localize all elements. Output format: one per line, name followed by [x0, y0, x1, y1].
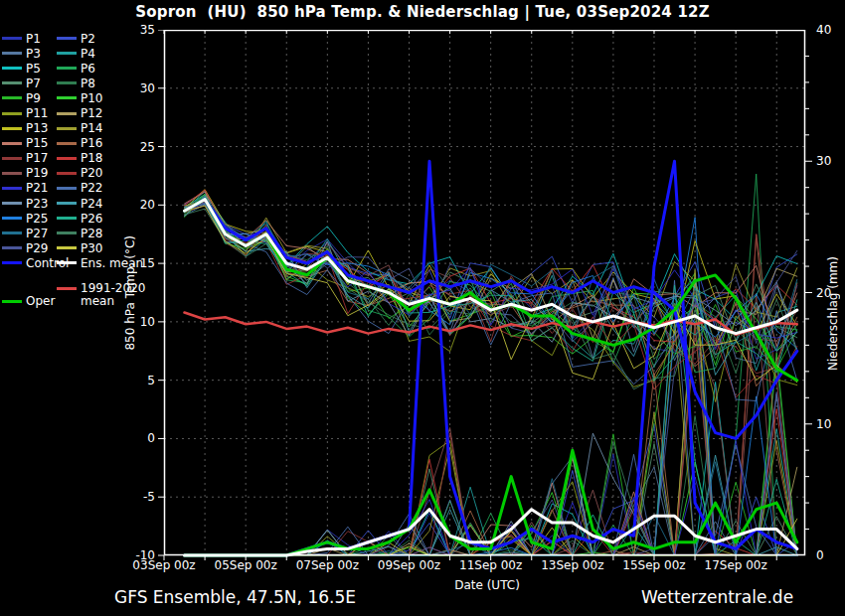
legend-label: P27: [26, 228, 49, 239]
legend-swatch: [57, 217, 77, 220]
legend-item-P18: P18: [57, 151, 136, 166]
legend-label: P20: [81, 167, 103, 179]
legend-label: P28: [81, 228, 103, 239]
legend-swatch: [2, 172, 22, 175]
legend-swatch: [2, 52, 22, 55]
legend-swatch: [57, 37, 77, 40]
y-right-axis-title: Niederschlag (mm): [826, 256, 840, 371]
legend-swatch-climate: [57, 287, 77, 290]
legend-swatch: [57, 112, 77, 115]
legend-item-P27: P27: [2, 226, 57, 240]
chart-title: Sopron (HU) 850 hPa Temp. & Niederschlag…: [0, 3, 845, 21]
legend-label: P6: [81, 63, 95, 75]
tick-label-x: 07Sep 00z: [285, 559, 369, 571]
legend-label: P14: [81, 122, 103, 134]
legend-label: P4: [81, 48, 95, 60]
tick-label-y-left: 35: [0, 24, 155, 36]
legend-label: P17: [26, 152, 49, 164]
legend-item-P5: P5: [2, 61, 57, 76]
legend-swatch: [57, 127, 77, 130]
plot-area: [156, 30, 813, 570]
tick-label-x: 03Sep 00z: [122, 559, 206, 571]
legend-swatch: [57, 172, 77, 175]
legend-swatch: [57, 96, 77, 99]
legend-item-P17: P17: [2, 151, 57, 166]
tick-label-y-left: 20: [0, 199, 155, 211]
legend-label: P11: [26, 107, 49, 119]
tick-label-y-right: 40: [816, 24, 831, 36]
legend-swatch-oper: [2, 300, 22, 303]
legend-item-P3: P3: [2, 46, 57, 61]
tick-label-x: 13Sep 00z: [531, 559, 614, 571]
tick-label-y-right: 30: [816, 155, 831, 167]
meteogram-app: Sopron (HU) 850 hPa Temp. & Niederschlag…: [0, 0, 845, 616]
legend-swatch: [2, 231, 22, 234]
legend-swatch: [57, 67, 77, 70]
legend-label: P3: [26, 48, 41, 60]
legend-swatch: [2, 127, 22, 130]
legend-label: P18: [81, 152, 103, 164]
y-left-axis-title: 850 hPa Temp. (°C): [123, 235, 137, 351]
legend-swatch: [2, 246, 22, 249]
tick-label-x: 15Sep 00z: [612, 559, 696, 571]
tick-label-y-left: 30: [0, 82, 155, 94]
legend-item-P20: P20: [57, 166, 136, 181]
legend-item-P13: P13: [2, 121, 57, 136]
footer-model-info: GFS Ensemble, 47.5N, 16.5E: [114, 587, 356, 607]
legend-swatch: [57, 52, 77, 55]
legend-item-P21: P21: [2, 181, 57, 196]
legend-label: P21: [26, 182, 49, 194]
tick-label-y-left: 5: [0, 375, 155, 386]
chart-svg: [156, 30, 813, 566]
legend-swatch: [2, 67, 22, 70]
tick-label-x: 09Sep 00z: [367, 559, 450, 571]
legend-item-P26: P26: [57, 211, 136, 226]
legend-label: P26: [81, 213, 103, 225]
legend-label: P22: [81, 182, 103, 194]
legend-label: P29: [26, 242, 49, 254]
footer-site-name: Wetterzentrale.de: [641, 587, 795, 607]
legend-item-P25: P25: [2, 211, 57, 226]
legend-swatch: [57, 246, 77, 249]
legend-item-P4: P4: [57, 46, 136, 61]
legend-swatch: [2, 157, 22, 160]
tick-label-x: 05Sep 00z: [204, 559, 287, 571]
legend-swatch: [57, 157, 77, 160]
legend-label: P25: [26, 213, 49, 225]
tick-label-y-right: 10: [816, 418, 831, 430]
legend-item-P11: P11: [2, 105, 57, 120]
legend-label: P19: [26, 167, 49, 179]
x-axis-title: Date (UTC): [413, 578, 562, 592]
legend-item-P19: P19: [2, 166, 57, 181]
legend-item-P29: P29: [2, 240, 57, 255]
legend-item-P14: P14: [57, 121, 136, 136]
tick-label-y-left: -5: [0, 491, 155, 503]
legend-swatch: [2, 187, 22, 190]
legend-label: P30: [81, 242, 103, 254]
legend-label-climate: 1991-2020 mean: [81, 282, 156, 307]
legend-swatch: [2, 96, 22, 99]
legend-item-P12: P12: [57, 105, 136, 120]
legend-item-climate-mean: 1991-2020 mean: [57, 282, 166, 307]
legend-item-oper: Oper: [2, 295, 55, 307]
tick-label-y-left: 25: [0, 141, 155, 153]
legend-swatch: [2, 217, 22, 220]
legend-swatch: [2, 112, 22, 115]
legend-label: P12: [81, 107, 103, 119]
legend-swatch: [57, 187, 77, 190]
legend-label: P5: [26, 63, 41, 75]
tick-label-x: 11Sep 00z: [449, 559, 533, 571]
legend-swatch: [57, 231, 77, 234]
legend-label-oper: Oper: [26, 295, 55, 307]
legend-item-P22: P22: [57, 181, 136, 196]
tick-label-y-left: 0: [0, 432, 155, 444]
legend-label: P13: [26, 122, 49, 134]
legend-item-P6: P6: [57, 61, 136, 76]
tick-label-x: 17Sep 00z: [694, 559, 777, 571]
tick-label-y-right: 0: [816, 549, 824, 561]
legend-swatch: [2, 37, 22, 40]
